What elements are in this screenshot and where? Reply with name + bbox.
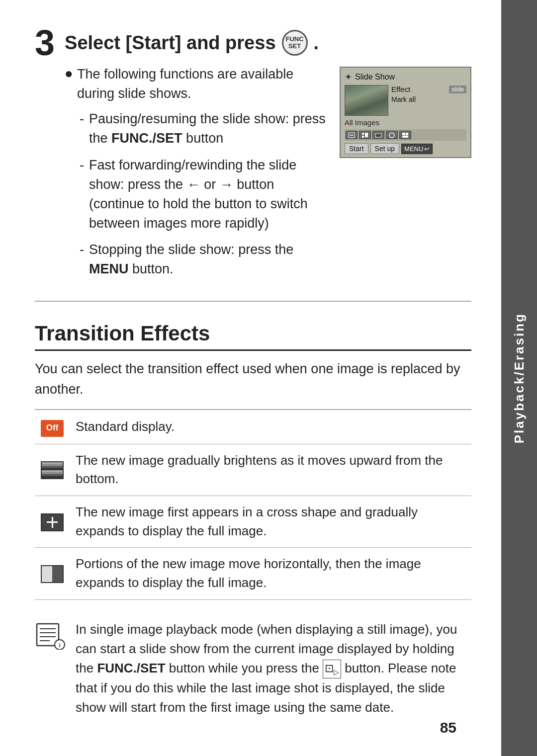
note-text: In single image playback mode (when disp… [76, 620, 471, 717]
effect-desc-off: Standard display. [70, 410, 471, 444]
cam-ico-3 [372, 131, 384, 139]
transition-section: Transition Effects You can select the tr… [35, 322, 471, 599]
main-content: 3 Select [Start] and press FUNCSET . ● T… [0, 0, 501, 756]
step-body: ● The following functions are available … [65, 65, 471, 286]
cam-ico-4 [386, 131, 398, 139]
dash-text-2: Fast forwarding/rewinding the slide show… [89, 156, 330, 234]
funcset-bold-note: FUNC./SET [97, 661, 165, 675]
step-title-period: . [314, 32, 319, 54]
icon-cell-off: Off [35, 410, 70, 444]
cam-effect-row: Effect slide [391, 85, 466, 93]
section-intro: You can select the transition effect use… [35, 359, 471, 399]
dash-item-2: - Fast forwarding/rewinding the slide sh… [80, 156, 330, 234]
cam-ico-5 [399, 131, 411, 139]
wipe-icon [41, 565, 64, 583]
cross-icon [41, 513, 64, 531]
camera-screen-mockup: ✦ Slide Show Effect slide [340, 67, 471, 158]
step-number: 3 [35, 25, 55, 61]
bullet-text: The following functions are available du… [77, 65, 330, 103]
page-container: 3 Select [Start] and press FUNCSET . ● T… [0, 0, 537, 756]
step-section: 3 Select [Start] and press FUNCSET . ● T… [35, 30, 471, 302]
playback-button-symbol: ⊡▷ [323, 660, 341, 678]
svg-text:i: i [59, 642, 60, 648]
step-content: Select [Start] and press FUNCSET . ● The… [65, 30, 471, 286]
svg-rect-8 [402, 133, 405, 135]
note-icon-container: i [35, 622, 67, 717]
menu-bold: MENU [89, 261, 129, 276]
svg-rect-5 [375, 134, 381, 137]
compass-icon: ✦ [345, 72, 352, 83]
cam-menu-btn[interactable]: MENU ↩ [401, 144, 433, 154]
dash-1: - [80, 109, 84, 148]
svg-rect-2 [362, 133, 364, 135]
icon-cell-gradient [35, 444, 70, 496]
dash-list: - Pausing/resuming the slide show: press… [80, 109, 330, 279]
step-title-text: Select [Start] and press [65, 32, 275, 54]
table-row: The new image first appears in a cross s… [35, 496, 471, 548]
funcset-bold: FUNC./SET [111, 131, 182, 146]
effect-desc-gradient: The new image gradually brightens as it … [70, 444, 471, 496]
dash-text-3: Stopping the slide show: press the MENU … [89, 240, 330, 279]
gradient-icon [41, 461, 64, 479]
func-set-button[interactable]: FUNCSET [282, 30, 308, 56]
dash-item-1: - Pausing/resuming the slide show: press… [80, 109, 330, 148]
table-row: Portions of the new image move horizonta… [35, 548, 471, 599]
page-number: 85 [440, 719, 456, 736]
cam-ico-2 [359, 131, 371, 139]
dash-text-1: Pausing/resuming the slide show: press t… [89, 109, 330, 148]
svg-point-7 [389, 133, 394, 138]
dash-3: - [80, 240, 84, 279]
cam-screen: ✦ Slide Show Effect slide [340, 67, 471, 158]
note-box: i In single image playback mode (when di… [35, 615, 471, 717]
cam-ico-1 [346, 131, 358, 139]
cam-all-images: All Images [345, 118, 466, 127]
cam-title: Slide Show [355, 73, 395, 82]
effects-table: Off Standard display. The new image grad… [35, 409, 471, 599]
sidebar: Playback/Erasing [501, 0, 537, 756]
cam-setup-btn[interactable]: Set up [370, 143, 399, 154]
svg-rect-4 [365, 133, 368, 137]
icon-cell-cross [35, 496, 70, 548]
cam-btn-row: Start Set up MENU ↩ [345, 143, 466, 154]
section-title: Transition Effects [35, 322, 471, 351]
table-row: Off Standard display. [35, 410, 471, 444]
bullet-dot: ● [65, 66, 73, 82]
bullet-item: ● The following functions are available … [65, 65, 330, 103]
dash-item-3: - Stopping the slide show: press the MEN… [80, 240, 330, 279]
cam-effect-label: Effect [391, 85, 410, 93]
table-row: The new image gradually brightens as it … [35, 444, 471, 496]
cam-header: ✦ Slide Show [345, 72, 466, 83]
sidebar-label: Playback/Erasing [512, 313, 527, 443]
cam-start-btn[interactable]: Start [345, 143, 368, 154]
effect-desc-cross: The new image first appears in a cross s… [70, 496, 471, 548]
dash-2: - [80, 156, 84, 234]
cam-slide-badge: slide [449, 85, 466, 93]
cam-right-col: Effect slide Mark all [391, 85, 466, 116]
svg-rect-9 [406, 133, 408, 135]
step-text: ● The following functions are available … [65, 65, 330, 286]
svg-rect-6 [377, 133, 380, 134]
cam-icons-bar [345, 129, 466, 141]
svg-rect-3 [362, 136, 364, 138]
effect-desc-wipe: Portions of the new image move horizonta… [70, 548, 471, 599]
step-title: Select [Start] and press FUNCSET . [65, 30, 471, 56]
cam-mark-all: Mark all [391, 95, 466, 103]
note-document-icon: i [35, 622, 67, 650]
off-icon: Off [41, 420, 64, 437]
cam-thumbnail [345, 85, 388, 116]
icon-cell-wipe [35, 548, 70, 599]
svg-rect-10 [402, 136, 408, 138]
cam-body: Effect slide Mark all [345, 85, 466, 116]
